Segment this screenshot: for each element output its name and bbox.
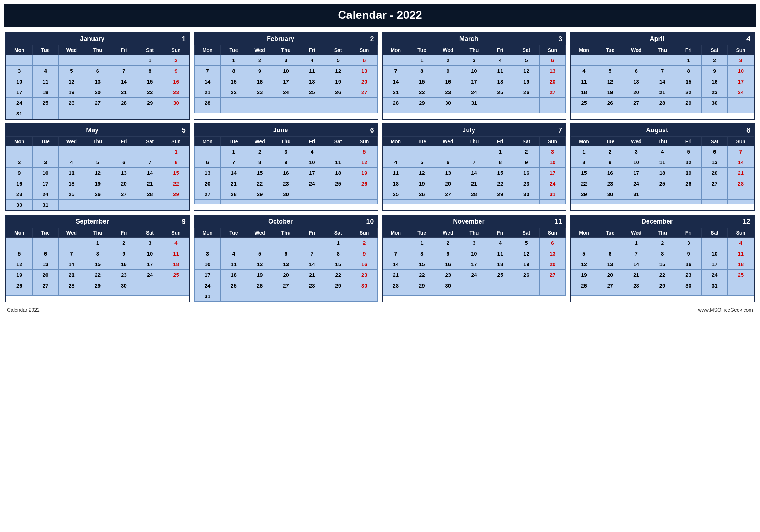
calendar-day: 22 xyxy=(409,270,435,280)
month-number: 9 xyxy=(175,217,186,226)
day-header-tue: Tue xyxy=(409,137,435,146)
calendar-day: 23 xyxy=(163,87,189,98)
calendar-day: 19 xyxy=(247,270,273,280)
day-header-wed: Wed xyxy=(59,228,85,238)
calendar-day: 5 xyxy=(59,66,85,76)
calendar-table: MonTueWedThuFriSatSun1234567891011121314… xyxy=(571,45,754,113)
calendar-day xyxy=(435,108,461,113)
calendar-day: 1 xyxy=(163,146,189,157)
calendar-day: 31 xyxy=(539,189,566,200)
day-header-mon: Mon xyxy=(194,228,221,238)
calendar-day: 11 xyxy=(571,76,597,87)
calendar-day: 19 xyxy=(85,178,111,189)
day-header-sat: Sat xyxy=(325,228,351,238)
calendar-day: 3 xyxy=(675,238,702,248)
day-header-sat: Sat xyxy=(325,45,351,55)
calendar-day: 2 xyxy=(435,55,461,66)
calendar-day xyxy=(597,55,623,66)
calendar-day: 27 xyxy=(273,280,299,291)
calendar-day: 12 xyxy=(85,168,111,178)
calendar-day: 24 xyxy=(461,270,487,280)
calendar-day: 10 xyxy=(299,157,325,168)
calendar-day: 5 xyxy=(247,248,273,259)
calendar-day: 21 xyxy=(111,87,137,98)
calendar-day xyxy=(701,291,728,296)
month-header: November11 xyxy=(383,215,566,228)
calendar-day xyxy=(247,98,273,108)
calendar-day: 1 xyxy=(221,55,247,66)
calendar-day xyxy=(728,108,754,113)
calendar-day: 1 xyxy=(409,238,435,248)
calendar-day: 24 xyxy=(701,270,728,280)
month-block-july: July7MonTueWedThuFriSatSun12345678910111… xyxy=(382,123,567,211)
calendar-day xyxy=(383,108,409,113)
calendar-day: 11 xyxy=(299,66,325,76)
calendar-day: 9 xyxy=(6,168,33,178)
calendar-day xyxy=(487,280,513,291)
calendar-day: 26 xyxy=(325,87,351,98)
calendar-day: 5 xyxy=(325,55,351,66)
calendar-day: 5 xyxy=(675,146,702,157)
calendar-day xyxy=(675,200,702,204)
calendar-day: 29 xyxy=(571,189,597,200)
calendar-day: 11 xyxy=(325,157,351,168)
month-name: September xyxy=(10,218,175,225)
calendar-day: 23 xyxy=(273,178,299,189)
calendar-day: 22 xyxy=(163,178,189,189)
month-number: 10 xyxy=(363,217,374,226)
calendar-day xyxy=(59,55,85,66)
calendar-table: MonTueWedThuFriSatSun1234567891011121314… xyxy=(383,45,566,113)
month-block-january: January1MonTueWedThuFriSatSun12345678910… xyxy=(5,32,190,120)
calendar-day xyxy=(487,200,513,204)
calendar-day: 12 xyxy=(409,168,435,178)
calendar-day: 19 xyxy=(59,87,85,98)
calendar-day: 11 xyxy=(728,248,754,259)
month-block-march: March3MonTueWedThuFriSatSun1234567891011… xyxy=(382,32,567,120)
calendar-day xyxy=(194,146,221,157)
month-block-december: December12MonTueWedThuFriSatSun123456789… xyxy=(570,215,755,302)
calendar-day: 30 xyxy=(351,280,377,291)
calendar-table: MonTueWedThuFriSatSun1234567891011121314… xyxy=(6,136,189,210)
calendar-day xyxy=(649,200,675,204)
calendar-day xyxy=(701,238,728,248)
calendar-day: 12 xyxy=(597,76,623,87)
calendar-day: 16 xyxy=(597,168,623,178)
calendar-day: 27 xyxy=(539,270,566,280)
calendar-day: 14 xyxy=(728,157,754,168)
calendar-day: 18 xyxy=(32,87,59,98)
calendar-day: 29 xyxy=(137,98,163,108)
calendar-day xyxy=(539,280,566,291)
calendar-day: 4 xyxy=(383,157,409,168)
calendar-day: 27 xyxy=(351,87,377,98)
calendar-day: 27 xyxy=(623,98,649,108)
day-header-thu: Thu xyxy=(649,137,675,146)
calendar-day: 29 xyxy=(85,280,111,291)
calendar-day: 27 xyxy=(85,98,111,108)
calendar-day: 4 xyxy=(487,55,513,66)
calendar-day: 15 xyxy=(487,168,513,178)
calendar-day: 20 xyxy=(701,168,728,178)
calendar-day xyxy=(194,55,221,66)
calendar-day: 23 xyxy=(435,270,461,280)
calendar-day xyxy=(487,98,513,108)
calendar-day: 8 xyxy=(325,248,351,259)
day-header-sun: Sun xyxy=(539,228,566,238)
day-header-thu: Thu xyxy=(461,228,487,238)
month-header: December12 xyxy=(571,215,754,228)
calendar-day xyxy=(409,146,435,157)
day-header-sun: Sun xyxy=(728,137,754,146)
calendar-day: 12 xyxy=(247,259,273,270)
calendar-day: 26 xyxy=(247,280,273,291)
calendar-day: 26 xyxy=(597,98,623,108)
day-header-sat: Sat xyxy=(325,137,351,146)
calendar-day xyxy=(571,108,597,113)
calendar-day xyxy=(299,189,325,200)
calendar-day xyxy=(461,200,487,204)
calendar-day: 5 xyxy=(409,157,435,168)
calendar-day xyxy=(111,291,137,296)
day-header-sat: Sat xyxy=(701,137,728,146)
month-header: January1 xyxy=(6,33,189,45)
calendar-day: 24 xyxy=(137,270,163,280)
day-header-fri: Fri xyxy=(675,45,702,55)
calendar-day: 26 xyxy=(675,178,702,189)
